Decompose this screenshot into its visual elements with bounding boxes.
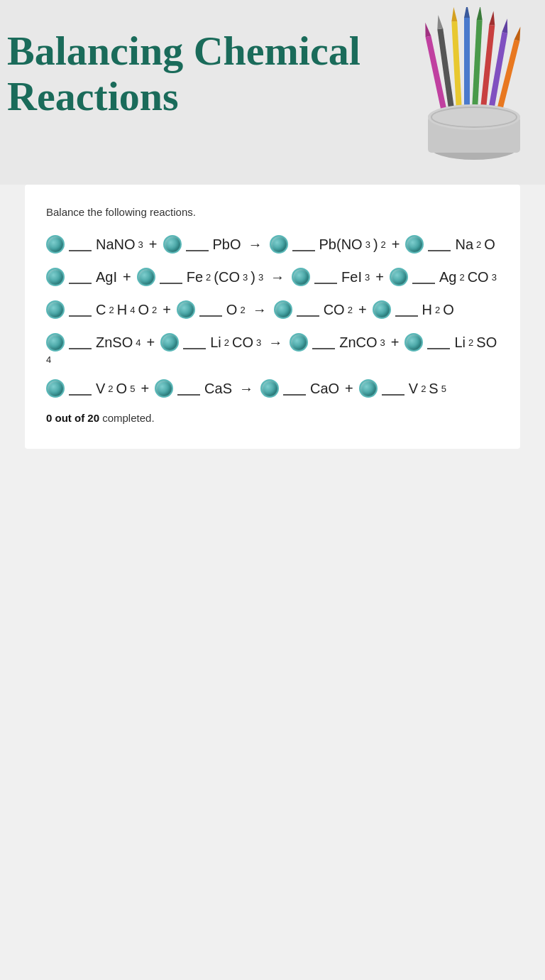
chem-symbol: Fe: [187, 269, 203, 285]
reaction-arrow: →: [248, 236, 263, 253]
plus-sign: +: [391, 334, 400, 351]
input-dot[interactable]: [160, 333, 179, 352]
input-dot[interactable]: [290, 333, 308, 352]
coefficient-input[interactable]: [69, 303, 92, 317]
svg-marker-6: [451, 7, 457, 21]
input-dot[interactable]: [46, 300, 65, 319]
input-dot[interactable]: [155, 379, 173, 398]
svg-point-20: [428, 104, 520, 130]
chem-symbol: (CO: [214, 269, 240, 285]
term-0-7: [270, 235, 316, 254]
chem-subscript: 4: [136, 337, 141, 348]
reaction-row-3: C2H4O2 + O2 → CO2 + H2O: [46, 300, 499, 319]
progress-label: completed.: [102, 412, 154, 424]
input-dot[interactable]: [46, 235, 65, 254]
chem-symbol: FeI: [341, 269, 362, 285]
coefficient-input[interactable]: [69, 335, 92, 349]
coefficient-input[interactable]: [428, 237, 451, 251]
coefficient-input[interactable]: [292, 237, 315, 251]
chem-symbol: SO: [476, 334, 497, 351]
chem-subscript: 4: [130, 305, 135, 315]
term-4-12: [359, 379, 406, 398]
chem-symbol: CO: [324, 302, 345, 318]
term-3-10: [290, 333, 336, 352]
chem-symbol: CaS: [204, 381, 232, 397]
term-4-9: [260, 379, 307, 398]
coefficient-input[interactable]: [427, 335, 450, 349]
input-dot[interactable]: [163, 235, 182, 254]
chem-symbol: ): [373, 236, 378, 253]
chem-subscript: 3: [243, 272, 248, 283]
coefficient-input[interactable]: [160, 270, 182, 284]
svg-marker-8: [464, 7, 470, 18]
input-dot[interactable]: [46, 268, 65, 286]
plus-sign: +: [392, 236, 400, 253]
plus-sign: +: [146, 334, 155, 351]
svg-marker-16: [514, 26, 524, 40]
header: Balancing Chemical Reactions: [0, 0, 545, 185]
coefficient-input[interactable]: [183, 335, 206, 349]
coefficient-input[interactable]: [69, 270, 92, 284]
coefficient-input[interactable]: [297, 303, 319, 317]
chem-subscript: 3: [380, 337, 385, 348]
plus-sign: +: [141, 381, 149, 397]
term-2-16: [373, 300, 419, 319]
term-3-4: [160, 333, 207, 352]
reaction-arrow: →: [268, 334, 282, 351]
input-dot[interactable]: [46, 333, 65, 352]
chem-subscript: 2: [108, 383, 113, 394]
chem-subscript: 2: [224, 337, 229, 348]
reaction-row-2: AgI + Fe2(CO3)3 → FeI3 + Ag2CO3: [46, 268, 499, 286]
term-1-3: [137, 268, 184, 286]
chem-symbol: NaNO: [96, 236, 136, 253]
input-dot[interactable]: [270, 235, 288, 254]
coefficient-input[interactable]: [69, 237, 92, 251]
coefficient-input[interactable]: [382, 381, 404, 396]
coefficient-input[interactable]: [69, 381, 92, 396]
input-dot[interactable]: [373, 300, 391, 319]
chem-subscript: 3: [365, 239, 370, 250]
input-dot[interactable]: [292, 268, 310, 286]
chem-symbol: AgI: [96, 269, 117, 285]
chem-symbol: O: [226, 302, 238, 318]
chem-subscript: 3: [256, 337, 261, 348]
coefficient-input[interactable]: [177, 381, 200, 396]
term-2-12: [274, 300, 321, 319]
chem-symbol: ZnCO: [339, 334, 377, 351]
chem-subscript: 5: [130, 383, 135, 394]
chem-symbol: O: [116, 381, 128, 397]
input-dot[interactable]: [137, 268, 155, 286]
coefficient-input[interactable]: [186, 237, 209, 251]
input-dot[interactable]: [404, 333, 423, 352]
term-0-13: [405, 235, 452, 254]
coefficient-input[interactable]: [283, 381, 306, 396]
coefficient-input[interactable]: [199, 303, 222, 317]
progress-indicator: 0 out of 20 completed.: [46, 412, 499, 424]
coefficient-input[interactable]: [395, 303, 418, 317]
input-dot[interactable]: [177, 300, 195, 319]
reaction-row-5: V2O5 + CaS → CaO + V2S5: [46, 379, 499, 398]
chem-subscript: 2: [109, 305, 114, 315]
input-dot[interactable]: [274, 300, 292, 319]
chem-subscript: 2: [206, 272, 211, 283]
term-0-0: [46, 235, 93, 254]
input-dot[interactable]: [405, 235, 424, 254]
reaction-arrow: →: [270, 269, 285, 285]
chem-subscript: 2: [476, 239, 481, 250]
term-1-11: [292, 268, 338, 286]
term-4-0: [46, 379, 93, 398]
input-dot[interactable]: [260, 379, 279, 398]
input-dot[interactable]: [390, 268, 408, 286]
coefficient-input[interactable]: [412, 270, 435, 284]
coefficient-input[interactable]: [314, 270, 337, 284]
chem-symbol: Pb(NO: [319, 236, 363, 253]
coefficient-input[interactable]: [312, 335, 335, 349]
chem-subscript: 2: [152, 305, 157, 315]
term-4-6: [155, 379, 202, 398]
svg-marker-12: [489, 11, 496, 26]
svg-marker-14: [502, 18, 510, 33]
input-dot[interactable]: [359, 379, 378, 398]
chem-subscript: 3: [365, 272, 370, 283]
input-dot[interactable]: [46, 379, 65, 398]
chem-subscript: 2: [348, 305, 353, 315]
